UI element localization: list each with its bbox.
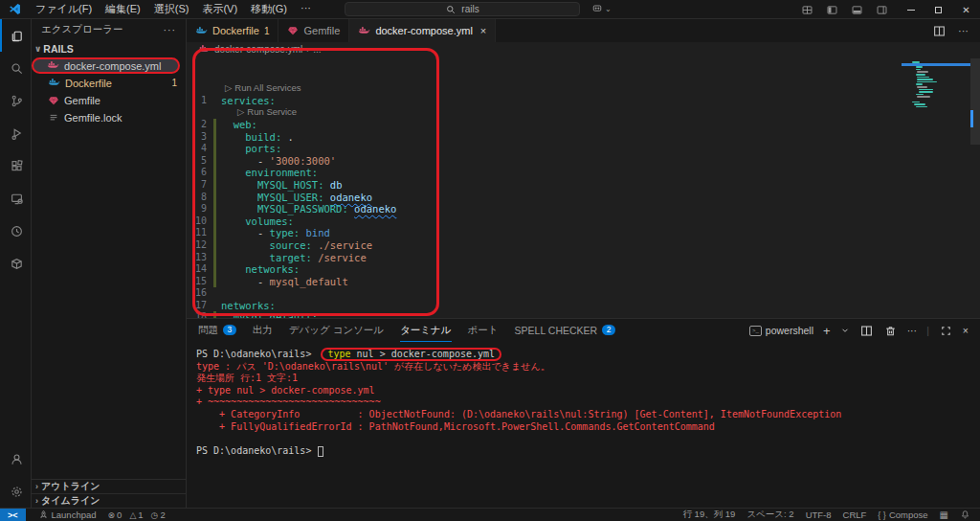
code-line-6[interactable]: 6 environment: — [187, 167, 980, 179]
status-cursor-position[interactable]: 行 19、列 19 — [677, 509, 741, 521]
breadcrumb[interactable]: docker-compose.yml › ... — [187, 42, 980, 57]
status-indentation[interactable]: スペース: 2 — [741, 509, 799, 521]
activity-search-button[interactable] — [0, 52, 32, 84]
tab-docker-compose.yml[interactable]: docker-compose.yml× — [349, 19, 496, 42]
code-line-2[interactable]: 2 web: — [187, 119, 980, 131]
activity-remote-explorer-button[interactable] — [0, 182, 32, 215]
toggle-panel-icon[interactable] — [851, 4, 863, 16]
tab-Gemfile[interactable]: Gemfile — [278, 19, 349, 42]
activity-docker-button[interactable] — [0, 247, 32, 280]
code-line-17[interactable]: 17networks: — [187, 300, 980, 312]
split-editor-icon[interactable] — [932, 24, 947, 38]
menu-item-4[interactable]: 移動(G) — [244, 1, 294, 17]
code-editor[interactable]: ▷Run All Services1services:▷Run Service2… — [187, 57, 980, 318]
activity-source-control-button[interactable] — [0, 84, 32, 117]
maximize-panel-icon[interactable] — [939, 324, 953, 338]
panel-tab-出力[interactable]: 出力 — [253, 319, 273, 342]
more-actions-icon[interactable]: ··· — [164, 24, 177, 35]
code-line-5[interactable]: 5 - '3000:3000' — [187, 155, 980, 168]
menu-item-5[interactable]: ··· — [294, 1, 318, 17]
close-icon[interactable]: ✕ — [952, 0, 980, 19]
activity-account-button[interactable] — [0, 442, 32, 475]
code-line-3[interactable]: 3 build: . — [187, 131, 980, 144]
status-launchpad[interactable]: Launchpad — [33, 510, 102, 520]
new-terminal-button[interactable]: + — [823, 324, 831, 338]
git-added-gutter — [213, 263, 216, 276]
status-eol[interactable]: CRLF — [837, 510, 873, 520]
toggle-sidebar-icon[interactable] — [826, 4, 838, 16]
sidebar-item-Gemfile.lock[interactable]: Gemfile.lock — [32, 109, 186, 125]
code-line-4[interactable]: 4 ports: — [187, 143, 980, 155]
activity-run-debug-button[interactable] — [0, 117, 32, 149]
codelens-run-button[interactable]: ▷Run Service — [187, 106, 980, 119]
status-problems[interactable]: ⊗0△1◷2 — [102, 510, 176, 520]
tab-Dockerfile[interactable]: Dockerfile1 — [187, 19, 278, 42]
line-number: 18 — [187, 311, 213, 318]
more-actions-icon[interactable]: ··· — [958, 25, 969, 36]
copilot-menu[interactable]: ⌄ — [591, 3, 612, 14]
status-notifications[interactable] — [954, 510, 976, 520]
maximize-icon[interactable] — [924, 0, 952, 19]
minimize-icon[interactable] — [897, 0, 924, 19]
code-line-10[interactable]: 10 volumes: — [187, 215, 980, 228]
close-tab-icon[interactable]: × — [480, 25, 486, 36]
menu-item-0[interactable]: ファイル(F) — [29, 1, 99, 17]
panel-tab-問題[interactable]: 問題3 — [198, 319, 236, 342]
status-encoding[interactable]: UTF-8 — [800, 510, 837, 520]
activity-explorer-button[interactable] — [0, 19, 32, 52]
folder-section-rails[interactable]: ∨ RAILS — [32, 40, 186, 57]
vertical-scrollbar[interactable] — [970, 58, 980, 145]
activity-extensions-button[interactable] — [0, 149, 32, 182]
sidebar-section-アウトライン[interactable]: ›アウトライン — [32, 479, 186, 493]
status-extension-status[interactable]: ▦ — [934, 510, 954, 520]
shell-selector[interactable]: >_powershell — [749, 325, 813, 336]
code-line-14[interactable]: 14 networks: — [187, 263, 980, 276]
menu-item-3[interactable]: 表示(V) — [195, 1, 244, 17]
sidebar-item-Dockerfile[interactable]: Dockerfile1 — [32, 75, 186, 91]
toggle-secondary-sidebar-icon[interactable] — [876, 4, 888, 16]
remote-indicator[interactable]: >< — [0, 509, 26, 521]
line-number: 2 — [187, 119, 213, 131]
code-line-18[interactable]: 18 mysql_default: — [187, 311, 980, 318]
customize-layout-icon[interactable] — [801, 4, 813, 16]
kill-terminal-icon[interactable] — [883, 324, 898, 338]
activity-settings-button[interactable] — [0, 475, 32, 508]
git-added-gutter — [213, 155, 216, 168]
terminal[interactable]: PS D:\odaneko\rails> type nul > docker-c… — [187, 342, 980, 508]
panel-tab-デバッグ コンソール[interactable]: デバッグ コンソール — [289, 319, 384, 342]
panel-tab-SPELL CHECKER[interactable]: SPELL CHECKER2 — [515, 319, 615, 342]
status-language-mode[interactable]: { }Compose — [872, 510, 933, 520]
gem-icon — [48, 95, 59, 106]
grid-icon: ▦ — [940, 510, 948, 520]
minimap[interactable] — [912, 61, 968, 108]
panel-tab-ターミナル[interactable]: ターミナル — [400, 319, 451, 342]
code-line-15[interactable]: 15 - mysql_default — [187, 276, 980, 288]
code-line-12[interactable]: 12 source: ./service — [187, 239, 980, 252]
more-actions-icon[interactable]: ··· — [907, 325, 918, 336]
launch-profile-chevron-icon[interactable] — [840, 326, 850, 335]
codelens-run-button[interactable]: ▷Run All Services — [187, 82, 980, 95]
code-line-11[interactable]: 11 - type: bind — [187, 227, 980, 239]
close-panel-icon[interactable]: × — [963, 325, 969, 336]
code-line-9[interactable]: 9 MYSQL_PASSWORD: odaneko — [187, 203, 980, 215]
terminal-line: PS D:\odaneko\rails> type nul > docker-c… — [196, 349, 980, 361]
sidebar-item-docker-compose.yml[interactable]: docker-compose.yml — [32, 57, 180, 74]
split-terminal-icon[interactable] — [859, 324, 874, 338]
explorer-title: エクスプローラー — [41, 23, 122, 36]
code-line-16[interactable]: 16 — [187, 287, 980, 300]
code-line-13[interactable]: 13 target: /service — [187, 252, 980, 264]
error-circle-indicator: ⊗0 — [108, 510, 122, 520]
sidebar-section-タイムライン[interactable]: ›タイムライン — [32, 493, 186, 508]
command-search-box[interactable]: rails — [345, 2, 580, 16]
sidebar-item-Gemfile[interactable]: Gemfile — [32, 92, 186, 108]
tab-label: docker-compose.yml — [375, 25, 472, 36]
code-line-8[interactable]: 8 MYSQL_USER: odaneko — [187, 192, 980, 204]
code-line-1[interactable]: 1services: — [187, 95, 980, 107]
git-added-gutter — [213, 239, 216, 252]
menu-item-1[interactable]: 編集(E) — [99, 1, 147, 17]
code-line-7[interactable]: 7 MYSQL_HOST: db — [187, 179, 980, 192]
activity-live-clock-button[interactable] — [0, 215, 32, 247]
code-text: networks: — [221, 263, 300, 276]
panel-tab-ポート[interactable]: ポート — [468, 319, 499, 342]
menu-item-2[interactable]: 選択(S) — [147, 1, 196, 17]
